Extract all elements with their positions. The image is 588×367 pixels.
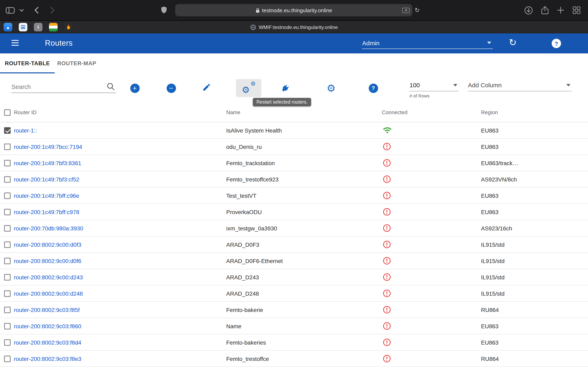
row-checkbox[interactable] [4, 160, 11, 166]
sidebar-toggle-icon[interactable] [6, 7, 15, 14]
router-region: EU863 [481, 188, 499, 203]
router-id-link[interactable]: router-200:8002:9c03:f8d4 [14, 339, 81, 346]
add-router-button[interactable]: + [125, 79, 145, 97]
edit-router-button[interactable] [197, 79, 216, 97]
table-row: router-200:8002:9c03:f8e3 Femto_trestoff… [0, 351, 588, 367]
translate-icon[interactable]: A [402, 8, 410, 13]
sidebar-chevron-icon[interactable] [20, 9, 24, 12]
url-bar[interactable]: testnode.eu.thingularity.online [175, 4, 412, 16]
tab-router-table[interactable]: ROUTER-TABLE [0, 53, 55, 73]
tab-router-map[interactable]: ROUTER-MAP [55, 53, 99, 73]
favorite-label: WMIF:testnode.eu.thingularity.online [259, 24, 338, 30]
back-button[interactable] [34, 7, 39, 14]
router-name: ixm_testgw_0a3930 [226, 220, 277, 236]
router-id-link[interactable]: router-200:8002:9c00:d248 [14, 290, 83, 297]
table-row: router-200:1c49:7bff:c978 ProverkaODU EU… [0, 204, 588, 220]
row-checkbox[interactable] [4, 143, 11, 150]
user-role-value: Admin [362, 39, 380, 46]
chevron-down-icon [487, 42, 491, 44]
router-name: Femto_trestoffce [226, 351, 269, 367]
favicon-flag-icon[interactable] [49, 23, 58, 31]
favicon-app-icon[interactable]: ▲ [4, 23, 12, 31]
router-id-link[interactable]: router-200:70db:980a:3930 [14, 225, 83, 231]
reload-icon[interactable]: ↻ [415, 7, 420, 14]
page-title: Routers [45, 39, 73, 48]
router-id-link[interactable]: router-200:8002:9c00:d0f6 [14, 258, 81, 264]
settings-button[interactable]: ⚙ [321, 79, 341, 97]
row-checkbox[interactable] [4, 209, 11, 215]
restart-routers-button[interactable]: ⚙ ⚙ [236, 79, 261, 97]
row-checkbox[interactable] [4, 176, 11, 183]
router-id-link[interactable]: router-200:1c49:7bf3:cf52 [14, 176, 79, 183]
row-checkbox[interactable] [4, 323, 11, 329]
lock-icon [255, 8, 259, 13]
row-checkbox[interactable] [4, 355, 11, 362]
rows-per-page-value: 100 [410, 82, 420, 89]
pencil-icon [202, 83, 211, 93]
select-all-checkbox[interactable] [4, 109, 11, 116]
forward-button[interactable] [50, 7, 55, 14]
row-checkbox[interactable] [4, 258, 11, 264]
active-favorite[interactable]: WMIF:testnode.eu.thingularity.online [250, 24, 338, 30]
alert-icon [383, 240, 391, 249]
alert-icon [383, 191, 391, 200]
router-id-link[interactable]: router-200:8002:9c00:d0f3 [14, 241, 81, 248]
column-header-name[interactable]: Name [226, 103, 240, 122]
user-role-select[interactable]: Admin [362, 37, 493, 49]
router-id-link[interactable]: router-200:1c49:7bf3:8361 [14, 160, 81, 166]
alert-icon [383, 257, 391, 265]
rows-per-page-select[interactable]: 100 # of Rows [410, 79, 458, 98]
row-checkbox[interactable] [4, 241, 11, 248]
column-header-router-id[interactable]: Router ID [14, 103, 36, 122]
add-column-select[interactable]: Add Column [468, 79, 572, 91]
share-icon[interactable] [541, 6, 549, 15]
table-row: router-200:8002:9c00:d0f3 ARAD_D0F3 IL91… [0, 236, 588, 253]
router-region: EU863 [481, 122, 499, 138]
router-id-link[interactable]: router-200:8002:9c03:f8e3 [14, 355, 81, 362]
column-header-connected[interactable]: Connected [382, 103, 407, 122]
rows-per-page-label: # of Rows [410, 93, 458, 98]
router-region: EU863 [481, 204, 499, 220]
router-id-link[interactable]: router-200:8002:9c03:f860 [14, 323, 81, 329]
router-id-link[interactable]: router-200:1c49:7bff:c978 [14, 209, 79, 215]
row-checkbox[interactable] [4, 339, 11, 346]
router-region: AS923VN/8ch [481, 171, 517, 187]
alert-icon [383, 142, 391, 151]
router-id-link[interactable]: router-200:8002:9c00:d243 [14, 274, 83, 280]
url-text: testnode.eu.thingularity.online [262, 7, 332, 13]
privacy-shield-icon[interactable] [161, 6, 167, 14]
row-checkbox[interactable] [4, 290, 11, 297]
search-input[interactable] [11, 81, 101, 92]
row-checkbox[interactable] [4, 307, 11, 313]
router-id-link[interactable]: router-200:1c49:7bff:c96e [14, 192, 79, 199]
search-field[interactable] [11, 81, 116, 93]
router-id-link[interactable]: router-200:1c49:7bcc:7194 [14, 143, 82, 150]
new-tab-icon[interactable] [557, 7, 564, 14]
downloads-icon[interactable] [524, 6, 533, 15]
router-name: IsAlive System Health [226, 122, 282, 138]
row-checkbox[interactable] [4, 127, 11, 133]
router-region: IL915/std [481, 236, 504, 252]
router-name: Femto-bakerie [226, 302, 263, 318]
router-id-link[interactable]: router-200:8002:9c03:f85f [14, 307, 80, 313]
connect-router-button[interactable] [275, 79, 295, 97]
favicon-document-icon[interactable] [19, 23, 27, 31]
row-checkbox[interactable] [4, 274, 11, 280]
tab-overview-icon[interactable] [572, 6, 581, 14]
row-checkbox[interactable] [4, 192, 11, 199]
toolbar-help-button[interactable]: ? [363, 79, 383, 97]
favicon-flame-icon[interactable] [64, 23, 73, 31]
favicon-info-icon[interactable]: i [34, 23, 43, 31]
refresh-button[interactable]: ↻ [509, 37, 517, 48]
column-header-region[interactable]: Region [481, 103, 498, 122]
remove-router-button[interactable]: − [161, 79, 181, 97]
table-row: router-200:8002:9c03:f8d4 Femto-bakeries… [0, 334, 588, 351]
router-name: odu_Denis_ru [226, 139, 262, 155]
help-button[interactable]: ? [552, 39, 561, 48]
router-id-link[interactable]: router-1:: [14, 127, 37, 133]
question-circle-icon: ? [369, 83, 378, 93]
menu-icon[interactable] [11, 40, 19, 47]
row-checkbox[interactable] [4, 225, 11, 231]
router-table: Router ID Name Connected Region router-1… [0, 103, 588, 367]
browser-titlebar: testnode.eu.thingularity.online A ↻ [0, 0, 588, 20]
